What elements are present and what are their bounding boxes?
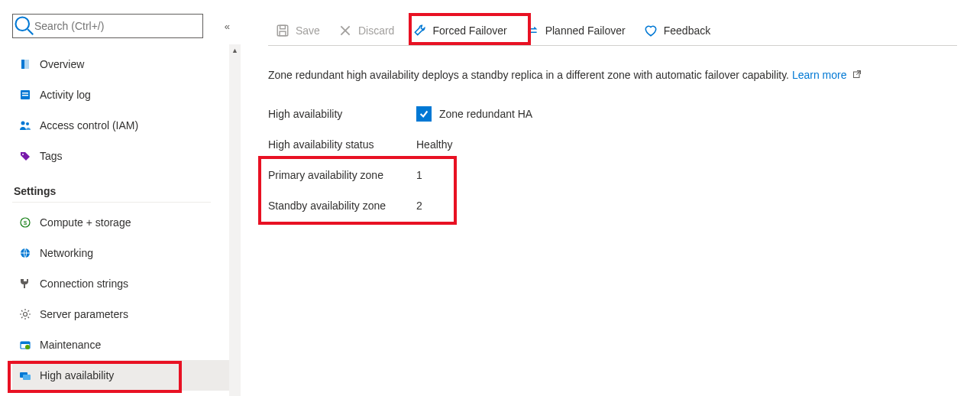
people-icon bbox=[17, 119, 34, 131]
standby-zone-label: Standby availability zone bbox=[268, 200, 416, 212]
nav-item-label: Overview bbox=[40, 58, 84, 70]
svg-rect-16 bbox=[23, 375, 31, 380]
svg-rect-19 bbox=[280, 31, 286, 36]
activity-log-icon bbox=[17, 89, 34, 101]
tag-icon bbox=[17, 150, 34, 162]
networking-icon bbox=[17, 247, 34, 259]
discard-icon bbox=[338, 24, 352, 37]
collapse-sidebar-button[interactable]: « bbox=[225, 21, 228, 32]
toolbar: Save Discard Forced Failover Planned Fai… bbox=[268, 15, 957, 46]
svg-rect-4 bbox=[22, 95, 28, 96]
section-header-settings: Settings bbox=[12, 176, 211, 203]
nav-item-label: Networking bbox=[40, 247, 93, 259]
save-button[interactable]: Save bbox=[268, 17, 328, 44]
discard-label: Discard bbox=[358, 24, 394, 37]
ha-description-text: Zone redundant high availability deploys… bbox=[268, 69, 789, 81]
feedback-label: Feedback bbox=[664, 24, 710, 37]
swap-icon bbox=[526, 24, 539, 37]
svg-point-14 bbox=[25, 345, 30, 349]
nav-item-server-parameters[interactable]: Server parameters bbox=[12, 299, 241, 329]
nav-item-tags[interactable]: Tags bbox=[12, 141, 241, 171]
nav-item-label: Activity log bbox=[40, 89, 91, 101]
primary-zone-value: 1 bbox=[416, 169, 422, 181]
status-label: High availability status bbox=[268, 138, 416, 151]
checkbox-checked-icon bbox=[416, 106, 432, 122]
ha-checkbox-label: Zone redundant HA bbox=[439, 108, 532, 120]
nav-item-label: Compute + storage bbox=[40, 216, 131, 229]
nav-item-label: Tags bbox=[40, 150, 63, 162]
status-value: Healthy bbox=[416, 138, 452, 151]
main-panel: Save Discard Forced Failover Planned Fai… bbox=[241, 0, 980, 396]
ha-checkbox[interactable]: Zone redundant HA bbox=[416, 106, 532, 122]
sidebar: « Overview Activity log Access control (… bbox=[0, 0, 241, 396]
svg-rect-18 bbox=[280, 25, 286, 29]
nav-item-connection-strings[interactable]: Connection strings bbox=[12, 268, 241, 299]
svg-point-7 bbox=[22, 154, 24, 155]
nav-item-label: Access control (IAM) bbox=[40, 119, 138, 131]
search-icon bbox=[13, 15, 34, 38]
nav-list-settings: $ Compute + storage Networking Connectio… bbox=[12, 207, 241, 391]
external-link-icon bbox=[852, 71, 862, 80]
nav-item-high-availability[interactable]: High availability bbox=[12, 360, 241, 391]
save-icon bbox=[276, 24, 289, 37]
nav-item-label: Server parameters bbox=[40, 308, 128, 320]
svg-line-1 bbox=[27, 29, 33, 34]
compute-icon: $ bbox=[17, 216, 34, 229]
ha-field-label: High availability bbox=[268, 108, 416, 120]
planned-failover-label: Planned Failover bbox=[545, 24, 626, 37]
wrench-icon bbox=[412, 24, 426, 37]
overview-icon bbox=[17, 58, 34, 70]
planned-failover-button[interactable]: Planned Failover bbox=[518, 17, 633, 44]
ha-fields: High availability Zone redundant HA High… bbox=[268, 99, 957, 221]
standby-zone-value: 2 bbox=[416, 200, 422, 212]
svg-point-0 bbox=[16, 17, 30, 31]
svg-rect-13 bbox=[21, 342, 30, 344]
gear-icon bbox=[17, 308, 34, 320]
nav-list-top: Overview Activity log Access control (IA… bbox=[12, 49, 241, 171]
svg-point-5 bbox=[21, 122, 25, 125]
heart-icon bbox=[644, 24, 658, 37]
plug-icon bbox=[17, 278, 34, 290]
search-input[interactable] bbox=[34, 15, 202, 37]
svg-point-6 bbox=[26, 122, 29, 125]
forced-failover-button[interactable]: Forced Failover bbox=[405, 17, 514, 44]
svg-point-11 bbox=[24, 313, 27, 316]
field-row-ha-toggle: High availability Zone redundant HA bbox=[268, 99, 957, 129]
nav-item-label: Connection strings bbox=[40, 278, 128, 290]
svg-rect-17 bbox=[277, 25, 288, 36]
feedback-button[interactable]: Feedback bbox=[636, 17, 718, 44]
nav-item-label: Maintenance bbox=[40, 339, 101, 351]
forced-failover-label: Forced Failover bbox=[432, 24, 506, 37]
nav-item-maintenance[interactable]: Maintenance bbox=[12, 329, 241, 360]
ha-icon bbox=[17, 369, 34, 381]
nav-item-networking[interactable]: Networking bbox=[12, 238, 241, 268]
svg-rect-3 bbox=[22, 93, 28, 94]
nav-item-activity-log[interactable]: Activity log bbox=[12, 80, 241, 110]
field-row-standby-zone: Standby availability zone 2 bbox=[268, 190, 957, 221]
svg-text:$: $ bbox=[24, 219, 27, 226]
sidebar-scrollbar[interactable]: ▲ bbox=[229, 44, 241, 396]
nav-item-access-control[interactable]: Access control (IAM) bbox=[12, 110, 241, 141]
field-row-status: High availability status Healthy bbox=[268, 129, 957, 160]
nav-item-compute-storage[interactable]: $ Compute + storage bbox=[12, 207, 241, 238]
save-label: Save bbox=[296, 24, 320, 37]
nav-item-label: High availability bbox=[40, 369, 114, 381]
ha-description: Zone redundant high availability deploys… bbox=[268, 67, 957, 83]
learn-more-link[interactable]: Learn more bbox=[792, 69, 847, 81]
scroll-up-icon[interactable]: ▲ bbox=[229, 44, 241, 56]
primary-zone-label: Primary availability zone bbox=[268, 169, 416, 181]
nav-item-overview[interactable]: Overview bbox=[12, 49, 241, 80]
field-row-primary-zone: Primary availability zone 1 bbox=[268, 160, 957, 190]
maintenance-icon bbox=[17, 339, 34, 351]
discard-button[interactable]: Discard bbox=[331, 17, 402, 44]
